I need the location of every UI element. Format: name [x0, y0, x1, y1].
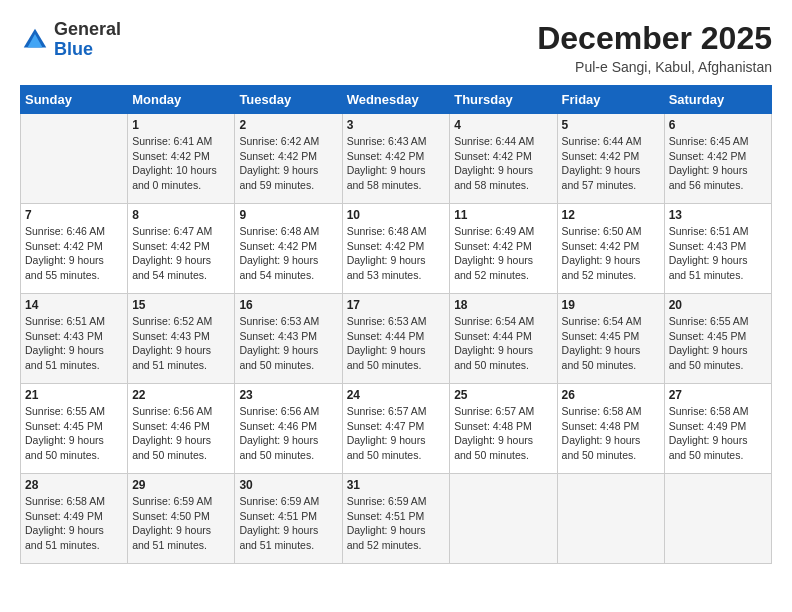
calendar-week-4: 21Sunrise: 6:55 AMSunset: 4:45 PMDayligh…	[21, 384, 772, 474]
page-header: General Blue December 2025 Pul-e Sangi, …	[20, 20, 772, 75]
day-number: 28	[25, 478, 123, 492]
calendar-header: SundayMondayTuesdayWednesdayThursdayFrid…	[21, 86, 772, 114]
calendar-cell: 26Sunrise: 6:58 AMSunset: 4:48 PMDayligh…	[557, 384, 664, 474]
day-number: 27	[669, 388, 767, 402]
day-info: Sunrise: 6:57 AMSunset: 4:48 PMDaylight:…	[454, 404, 552, 463]
day-number: 17	[347, 298, 446, 312]
calendar-cell: 29Sunrise: 6:59 AMSunset: 4:50 PMDayligh…	[128, 474, 235, 564]
title-block: December 2025 Pul-e Sangi, Kabul, Afghan…	[537, 20, 772, 75]
calendar-cell: 21Sunrise: 6:55 AMSunset: 4:45 PMDayligh…	[21, 384, 128, 474]
weekday-header-thursday: Thursday	[450, 86, 557, 114]
day-info: Sunrise: 6:53 AMSunset: 4:44 PMDaylight:…	[347, 314, 446, 373]
day-info: Sunrise: 6:47 AMSunset: 4:42 PMDaylight:…	[132, 224, 230, 283]
calendar-cell: 5Sunrise: 6:44 AMSunset: 4:42 PMDaylight…	[557, 114, 664, 204]
day-info: Sunrise: 6:50 AMSunset: 4:42 PMDaylight:…	[562, 224, 660, 283]
calendar-cell: 24Sunrise: 6:57 AMSunset: 4:47 PMDayligh…	[342, 384, 450, 474]
day-info: Sunrise: 6:57 AMSunset: 4:47 PMDaylight:…	[347, 404, 446, 463]
day-info: Sunrise: 6:59 AMSunset: 4:50 PMDaylight:…	[132, 494, 230, 553]
weekday-header-friday: Friday	[557, 86, 664, 114]
calendar-week-2: 7Sunrise: 6:46 AMSunset: 4:42 PMDaylight…	[21, 204, 772, 294]
calendar-cell: 2Sunrise: 6:42 AMSunset: 4:42 PMDaylight…	[235, 114, 342, 204]
calendar-cell: 14Sunrise: 6:51 AMSunset: 4:43 PMDayligh…	[21, 294, 128, 384]
logo: General Blue	[20, 20, 121, 60]
calendar-cell	[664, 474, 771, 564]
day-number: 8	[132, 208, 230, 222]
day-info: Sunrise: 6:45 AMSunset: 4:42 PMDaylight:…	[669, 134, 767, 193]
day-number: 9	[239, 208, 337, 222]
day-info: Sunrise: 6:54 AMSunset: 4:44 PMDaylight:…	[454, 314, 552, 373]
day-info: Sunrise: 6:42 AMSunset: 4:42 PMDaylight:…	[239, 134, 337, 193]
day-number: 24	[347, 388, 446, 402]
day-number: 10	[347, 208, 446, 222]
calendar-week-3: 14Sunrise: 6:51 AMSunset: 4:43 PMDayligh…	[21, 294, 772, 384]
day-info: Sunrise: 6:52 AMSunset: 4:43 PMDaylight:…	[132, 314, 230, 373]
calendar-cell: 16Sunrise: 6:53 AMSunset: 4:43 PMDayligh…	[235, 294, 342, 384]
day-number: 30	[239, 478, 337, 492]
calendar-cell: 11Sunrise: 6:49 AMSunset: 4:42 PMDayligh…	[450, 204, 557, 294]
day-number: 3	[347, 118, 446, 132]
day-number: 14	[25, 298, 123, 312]
calendar-cell: 15Sunrise: 6:52 AMSunset: 4:43 PMDayligh…	[128, 294, 235, 384]
day-info: Sunrise: 6:46 AMSunset: 4:42 PMDaylight:…	[25, 224, 123, 283]
day-info: Sunrise: 6:54 AMSunset: 4:45 PMDaylight:…	[562, 314, 660, 373]
day-info: Sunrise: 6:59 AMSunset: 4:51 PMDaylight:…	[347, 494, 446, 553]
day-number: 21	[25, 388, 123, 402]
day-info: Sunrise: 6:56 AMSunset: 4:46 PMDaylight:…	[239, 404, 337, 463]
calendar-cell: 20Sunrise: 6:55 AMSunset: 4:45 PMDayligh…	[664, 294, 771, 384]
day-number: 16	[239, 298, 337, 312]
day-number: 6	[669, 118, 767, 132]
day-number: 25	[454, 388, 552, 402]
day-number: 29	[132, 478, 230, 492]
day-number: 31	[347, 478, 446, 492]
day-info: Sunrise: 6:55 AMSunset: 4:45 PMDaylight:…	[25, 404, 123, 463]
calendar-cell: 12Sunrise: 6:50 AMSunset: 4:42 PMDayligh…	[557, 204, 664, 294]
calendar-cell: 8Sunrise: 6:47 AMSunset: 4:42 PMDaylight…	[128, 204, 235, 294]
weekday-header-row: SundayMondayTuesdayWednesdayThursdayFrid…	[21, 86, 772, 114]
day-info: Sunrise: 6:48 AMSunset: 4:42 PMDaylight:…	[347, 224, 446, 283]
calendar-week-1: 1Sunrise: 6:41 AMSunset: 4:42 PMDaylight…	[21, 114, 772, 204]
day-number: 12	[562, 208, 660, 222]
day-number: 23	[239, 388, 337, 402]
day-info: Sunrise: 6:44 AMSunset: 4:42 PMDaylight:…	[562, 134, 660, 193]
day-number: 13	[669, 208, 767, 222]
day-info: Sunrise: 6:58 AMSunset: 4:49 PMDaylight:…	[669, 404, 767, 463]
location-subtitle: Pul-e Sangi, Kabul, Afghanistan	[537, 59, 772, 75]
day-number: 1	[132, 118, 230, 132]
weekday-header-sunday: Sunday	[21, 86, 128, 114]
weekday-header-saturday: Saturday	[664, 86, 771, 114]
day-info: Sunrise: 6:49 AMSunset: 4:42 PMDaylight:…	[454, 224, 552, 283]
day-info: Sunrise: 6:44 AMSunset: 4:42 PMDaylight:…	[454, 134, 552, 193]
calendar-cell: 10Sunrise: 6:48 AMSunset: 4:42 PMDayligh…	[342, 204, 450, 294]
day-number: 7	[25, 208, 123, 222]
calendar-cell: 27Sunrise: 6:58 AMSunset: 4:49 PMDayligh…	[664, 384, 771, 474]
calendar-cell	[450, 474, 557, 564]
calendar-cell: 18Sunrise: 6:54 AMSunset: 4:44 PMDayligh…	[450, 294, 557, 384]
day-number: 19	[562, 298, 660, 312]
calendar-cell: 13Sunrise: 6:51 AMSunset: 4:43 PMDayligh…	[664, 204, 771, 294]
day-info: Sunrise: 6:58 AMSunset: 4:48 PMDaylight:…	[562, 404, 660, 463]
day-number: 20	[669, 298, 767, 312]
day-number: 18	[454, 298, 552, 312]
day-number: 5	[562, 118, 660, 132]
day-number: 15	[132, 298, 230, 312]
logo-text: General Blue	[54, 20, 121, 60]
calendar-cell: 25Sunrise: 6:57 AMSunset: 4:48 PMDayligh…	[450, 384, 557, 474]
day-info: Sunrise: 6:56 AMSunset: 4:46 PMDaylight:…	[132, 404, 230, 463]
calendar-cell: 19Sunrise: 6:54 AMSunset: 4:45 PMDayligh…	[557, 294, 664, 384]
day-info: Sunrise: 6:51 AMSunset: 4:43 PMDaylight:…	[25, 314, 123, 373]
logo-icon	[20, 25, 50, 55]
calendar-table: SundayMondayTuesdayWednesdayThursdayFrid…	[20, 85, 772, 564]
calendar-cell	[557, 474, 664, 564]
calendar-cell: 4Sunrise: 6:44 AMSunset: 4:42 PMDaylight…	[450, 114, 557, 204]
calendar-week-5: 28Sunrise: 6:58 AMSunset: 4:49 PMDayligh…	[21, 474, 772, 564]
calendar-cell: 28Sunrise: 6:58 AMSunset: 4:49 PMDayligh…	[21, 474, 128, 564]
day-info: Sunrise: 6:58 AMSunset: 4:49 PMDaylight:…	[25, 494, 123, 553]
day-info: Sunrise: 6:59 AMSunset: 4:51 PMDaylight:…	[239, 494, 337, 553]
day-number: 22	[132, 388, 230, 402]
calendar-cell: 7Sunrise: 6:46 AMSunset: 4:42 PMDaylight…	[21, 204, 128, 294]
day-info: Sunrise: 6:43 AMSunset: 4:42 PMDaylight:…	[347, 134, 446, 193]
day-number: 2	[239, 118, 337, 132]
day-number: 4	[454, 118, 552, 132]
calendar-cell: 30Sunrise: 6:59 AMSunset: 4:51 PMDayligh…	[235, 474, 342, 564]
logo-blue-text: Blue	[54, 40, 121, 60]
